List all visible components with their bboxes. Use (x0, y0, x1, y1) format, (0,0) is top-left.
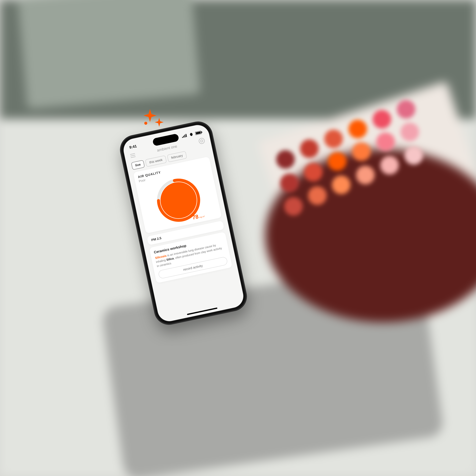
reading-value: 78 (192, 213, 199, 221)
reading-unit: mg m³ (199, 215, 205, 219)
photo-backdrop (0, 0, 476, 476)
settings-icon[interactable] (198, 137, 205, 144)
air-quality-gauge: 78 mg m³ (152, 174, 205, 227)
tab-live[interactable]: live (131, 160, 145, 170)
scene: 9:41 ambient one live t (0, 0, 476, 476)
svg-point-0 (144, 122, 147, 125)
tab-this-week[interactable]: this week (145, 155, 167, 167)
air-quality-card: AIR QUALITY Poor 78 mg m³ (133, 156, 222, 234)
tab-february[interactable]: february (167, 151, 187, 162)
app-title: ambient one (156, 144, 177, 153)
menu-icon[interactable] (130, 153, 136, 158)
info-bold-term: Silica (166, 257, 174, 261)
